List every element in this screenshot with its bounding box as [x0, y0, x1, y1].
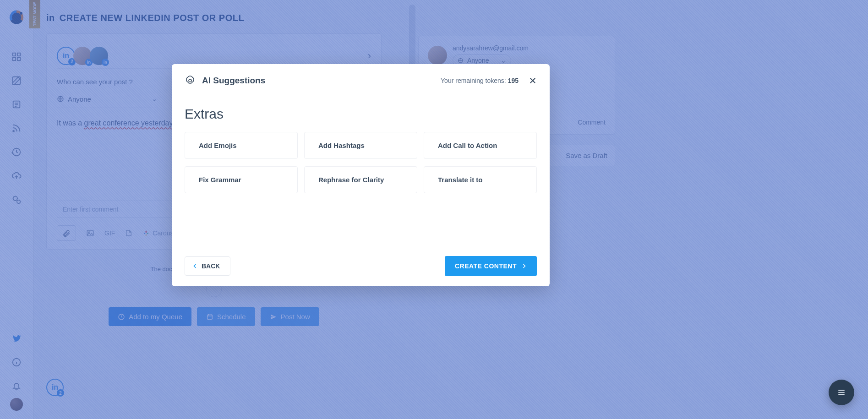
extra-add-hashtags[interactable]: Add Hashtags	[304, 132, 417, 159]
modal-title: AI Suggestions	[202, 76, 265, 86]
extras-section-title: Extras	[185, 106, 537, 122]
tokens-remaining: Your remaining tokens: 195	[441, 77, 519, 84]
chevron-right-icon	[521, 263, 527, 269]
ai-suggestions-modal: AI Suggestions Your remaining tokens: 19…	[172, 64, 550, 286]
create-label: CREATE CONTENT	[455, 262, 517, 270]
back-label: BACK	[202, 262, 220, 270]
create-content-button[interactable]: CREATE CONTENT	[445, 256, 537, 276]
openai-icon	[185, 75, 196, 86]
extra-rephrase[interactable]: Rephrase for Clarity	[304, 166, 417, 193]
tokens-label: Your remaining tokens:	[441, 77, 506, 84]
svg-point-27	[189, 79, 191, 82]
help-fab[interactable]	[829, 380, 854, 405]
back-button[interactable]: BACK	[185, 256, 230, 276]
extra-translate[interactable]: Translate it to	[424, 166, 537, 193]
chevron-left-icon	[192, 263, 198, 269]
extra-add-cta[interactable]: Add Call to Action	[424, 132, 537, 159]
tokens-value: 195	[508, 77, 519, 84]
extras-grid: Add Emojis Add Hashtags Add Call to Acti…	[185, 132, 537, 193]
extra-fix-grammar[interactable]: Fix Grammar	[185, 166, 298, 193]
extra-add-emojis[interactable]: Add Emojis	[185, 132, 298, 159]
close-modal-button[interactable]	[529, 76, 537, 85]
